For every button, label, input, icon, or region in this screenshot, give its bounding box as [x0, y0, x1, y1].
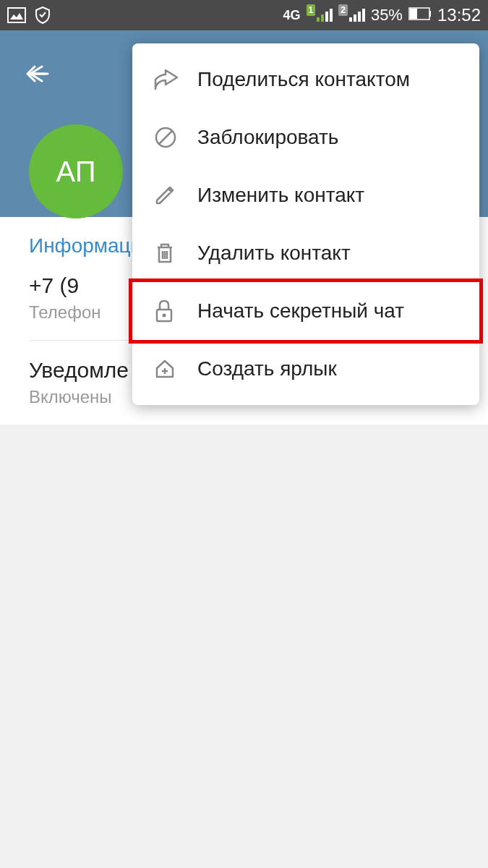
- shield-icon: [35, 7, 51, 24]
- menu-item-secret-chat[interactable]: Начать секретный чат: [129, 278, 483, 344]
- svg-point-8: [163, 314, 166, 318]
- menu-label: Поделиться контактом: [197, 68, 410, 91]
- menu-label: Удалить контакт: [197, 242, 351, 265]
- battery-percent: 35%: [371, 6, 403, 25]
- status-right: 4G 1 2 35% 13:52: [283, 5, 481, 25]
- svg-rect-4: [429, 11, 431, 17]
- menu-item-share-contact[interactable]: Поделиться контактом: [132, 51, 479, 109]
- avatar[interactable]: АП: [29, 124, 123, 218]
- signal-icon-1: [317, 9, 333, 22]
- clock-time: 13:52: [437, 5, 481, 25]
- sim1-badge: 1: [307, 4, 316, 16]
- menu-label: Изменить контакт: [197, 184, 364, 207]
- image-icon: [7, 7, 26, 23]
- trash-icon: [154, 242, 197, 265]
- network-type: 4G: [283, 8, 301, 23]
- status-left: [7, 7, 51, 24]
- home-plus-icon: [154, 358, 197, 380]
- avatar-initials: АП: [56, 156, 96, 188]
- svg-line-6: [159, 131, 172, 144]
- menu-label: Начать секретный чат: [197, 299, 404, 323]
- block-icon: [154, 126, 197, 149]
- share-icon: [154, 69, 197, 90]
- context-menu: Поделиться контактом Заблокировать Измен…: [132, 43, 479, 405]
- menu-item-delete-contact[interactable]: Удалить контакт: [132, 224, 479, 282]
- svg-rect-3: [410, 9, 417, 19]
- back-button[interactable]: [22, 59, 51, 91]
- svg-marker-1: [10, 13, 23, 20]
- signal-icon-2: [349, 9, 365, 22]
- svg-rect-0: [8, 8, 25, 22]
- menu-label: Создать ярлык: [197, 357, 337, 380]
- sim2-badge: 2: [338, 4, 348, 16]
- status-bar: 4G 1 2 35% 13:52: [0, 0, 488, 30]
- menu-label: Заблокировать: [197, 126, 338, 149]
- battery-icon: [408, 6, 432, 25]
- pencil-icon: [154, 184, 197, 206]
- menu-item-edit-contact[interactable]: Изменить контакт: [132, 166, 479, 224]
- menu-item-block[interactable]: Заблокировать: [132, 109, 479, 166]
- lock-icon: [154, 299, 197, 323]
- menu-item-create-shortcut[interactable]: Создать ярлык: [132, 340, 479, 398]
